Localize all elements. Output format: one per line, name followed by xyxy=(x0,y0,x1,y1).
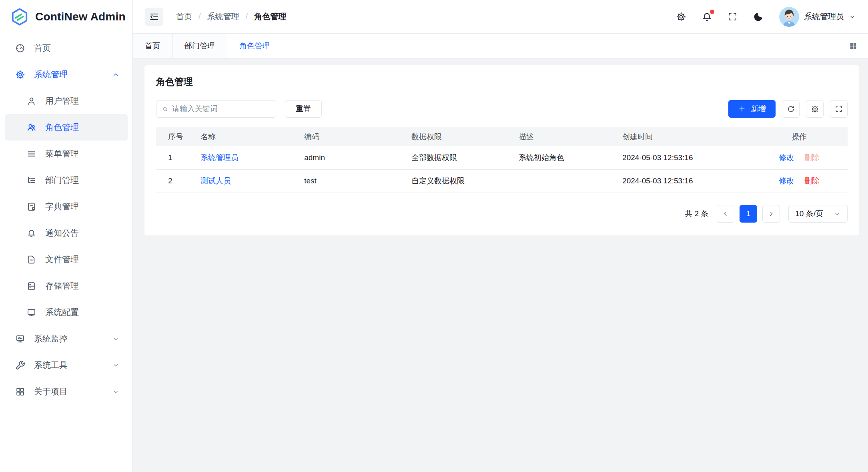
cell-data-scope: 全部数据权限 xyxy=(405,146,512,169)
gear-icon xyxy=(811,105,819,113)
page-size-select[interactable]: 10 条/页 xyxy=(788,205,848,223)
sidebar-item-system-management[interactable]: 系统管理 xyxy=(5,61,128,88)
sidebar-item-system-config[interactable]: 系统配置 xyxy=(5,299,128,325)
role-name-link[interactable]: 测试人员 xyxy=(200,177,231,185)
sidebar-collapse-button[interactable] xyxy=(145,8,163,26)
sidebar-item-home[interactable]: 首页 xyxy=(5,35,128,61)
refresh-icon xyxy=(787,105,795,113)
sidebar-item-label: 首页 xyxy=(34,42,51,54)
logo-hexagon-icon xyxy=(10,8,29,26)
cell-description: 系统初始角色 xyxy=(512,146,616,169)
sidebar-item-role-management[interactable]: 角色管理 xyxy=(5,114,128,141)
col-description: 描述 xyxy=(512,127,616,146)
search-box xyxy=(156,100,276,118)
cell-description xyxy=(512,169,616,193)
sidebar-item-label: 部门管理 xyxy=(45,175,79,186)
sidebar-item-label: 系统配置 xyxy=(45,307,79,318)
cell-code: admin xyxy=(298,146,405,169)
tab-department-management[interactable]: 部门管理 xyxy=(172,34,227,58)
edit-link[interactable]: 修改 xyxy=(779,177,794,185)
sidebar-item-label: 菜单管理 xyxy=(45,148,79,159)
table-fullscreen-button[interactable] xyxy=(830,100,848,118)
breadcrumb-current: 角色管理 xyxy=(254,11,286,22)
sidebar-item-file-management[interactable]: 文件管理 xyxy=(5,246,128,273)
grid-filled-icon xyxy=(849,42,858,50)
table-header-row: 序号 名称 编码 数据权限 描述 创建时间 操作 xyxy=(156,127,848,146)
settings-button[interactable] xyxy=(676,12,686,22)
sidebar-item-label: 文件管理 xyxy=(45,254,79,265)
wrench-icon xyxy=(15,360,25,370)
role-name-link[interactable]: 系统管理员 xyxy=(200,153,239,162)
sidebar-menu: 首页 系统管理 用户管理 角色管理 xyxy=(0,34,132,405)
moon-icon xyxy=(753,11,764,22)
breadcrumb-system-management[interactable]: 系统管理 xyxy=(207,11,239,22)
sidebar-item-department-management[interactable]: 部门管理 xyxy=(5,167,128,193)
refresh-button[interactable] xyxy=(782,100,800,118)
sidebar-item-label: 用户管理 xyxy=(45,95,79,106)
chevron-right-icon xyxy=(768,210,775,217)
cell-created-at: 2024-05-03 12:53:16 xyxy=(616,169,751,193)
toolbar-right: 新增 xyxy=(728,100,848,118)
cell-data-scope: 自定义数据权限 xyxy=(405,169,512,193)
cell-created-at: 2024-05-03 12:53:16 xyxy=(616,146,751,169)
edit-link[interactable]: 修改 xyxy=(779,153,794,162)
pagination-total: 共 2 条 xyxy=(685,209,708,219)
notification-badge xyxy=(710,10,714,14)
breadcrumb: 首页 / 系统管理 / 角色管理 xyxy=(176,11,286,22)
page-content: 角色管理 重置 新增 xyxy=(133,58,868,472)
page-title: 角色管理 xyxy=(156,76,848,88)
grid-icon xyxy=(15,387,25,397)
tab-actions-button[interactable] xyxy=(849,42,858,50)
toolbar: 重置 新增 xyxy=(156,100,848,118)
sidebar-item-notice[interactable]: 通知公告 xyxy=(5,220,128,246)
cell-index: 2 xyxy=(156,169,194,193)
dark-mode-toggle[interactable] xyxy=(753,11,764,22)
cell-name: 系统管理员 xyxy=(194,146,298,169)
user-menu[interactable]: 系统管理员 xyxy=(779,7,856,27)
users-icon xyxy=(26,123,36,133)
top-header: 首页 / 系统管理 / 角色管理 xyxy=(133,0,868,34)
tab-bar: 首页 部门管理 角色管理 xyxy=(133,34,868,58)
menu-fold-icon xyxy=(149,12,159,22)
sidebar-item-storage-management[interactable]: 存储管理 xyxy=(5,273,128,299)
sidebar-item-label: 关于项目 xyxy=(34,386,68,397)
add-button[interactable]: 新增 xyxy=(728,100,776,118)
breadcrumb-separator: / xyxy=(246,12,248,21)
chevron-down-icon xyxy=(112,362,120,369)
sidebar-item-label: 通知公告 xyxy=(45,227,79,239)
sidebar-item-label: 系统管理 xyxy=(34,69,68,80)
sidebar-item-system-monitor[interactable]: 系统监控 xyxy=(5,325,128,352)
notifications-button[interactable] xyxy=(702,11,712,22)
monitor-chart-icon xyxy=(15,334,25,344)
breadcrumb-home[interactable]: 首页 xyxy=(176,11,192,22)
fullscreen-button[interactable] xyxy=(728,12,738,22)
tab-bar-extra xyxy=(849,34,868,58)
chevron-down-icon xyxy=(834,210,841,217)
tab-home[interactable]: 首页 xyxy=(133,34,172,58)
delete-link[interactable]: 删除 xyxy=(804,177,820,185)
sidebar-item-user-management[interactable]: 用户管理 xyxy=(5,88,128,114)
tab-role-management[interactable]: 角色管理 xyxy=(227,34,282,58)
reset-button[interactable]: 重置 xyxy=(285,100,322,118)
app-logo: ContiNew Admin xyxy=(0,0,132,34)
table-row: 1 系统管理员 admin 全部数据权限 系统初始角色 2024-05-03 1… xyxy=(156,146,848,169)
sidebar-item-dictionary-management[interactable]: 字典管理 xyxy=(5,193,128,220)
search-input[interactable] xyxy=(172,104,270,113)
sidebar-item-system-tools[interactable]: 系统工具 xyxy=(5,352,128,378)
sidebar-item-about-project[interactable]: 关于项目 xyxy=(5,378,128,405)
pagination-prev-button[interactable] xyxy=(717,205,734,223)
menu-lines-icon xyxy=(26,149,36,159)
user-icon xyxy=(26,96,36,106)
plus-icon xyxy=(738,105,746,113)
sidebar-item-label: 角色管理 xyxy=(45,122,79,133)
col-actions: 操作 xyxy=(751,127,848,146)
chevron-down-icon xyxy=(112,388,120,396)
sidebar-item-menu-management[interactable]: 菜单管理 xyxy=(5,141,128,167)
gear-icon xyxy=(676,12,686,22)
column-settings-button[interactable] xyxy=(806,100,824,118)
pagination-next-button[interactable] xyxy=(762,205,780,223)
delete-link-disabled: 删除 xyxy=(804,153,820,162)
pagination: 共 2 条 1 10 条/页 xyxy=(156,205,848,223)
col-data-scope: 数据权限 xyxy=(405,127,512,146)
pagination-page-1[interactable]: 1 xyxy=(740,205,757,223)
